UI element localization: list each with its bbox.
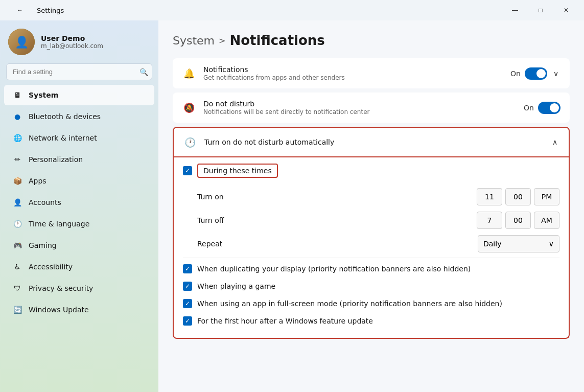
sidebar-item-update[interactable]: 🔄 Windows Update [4,299,154,320]
checkbox-label-0: When duplicating your display (priority … [197,265,471,273]
user-info: User Demo m_lab@outlook.com [41,34,103,50]
app-title: Settings [37,7,64,14]
checkbox-2[interactable] [183,299,192,308]
repeat-chevron-icon: ∨ [549,240,554,248]
user-email: m_lab@outlook.com [41,42,103,50]
notifications-card: 🔔 Notifications Get notifications from a… [173,58,570,88]
sidebar-item-accessibility[interactable]: ♿ Accessibility [4,257,154,277]
notifications-toggle-label: On [510,70,521,78]
sidebar-item-privacy[interactable]: 🛡 Privacy & security [4,278,154,298]
sidebar-item-label: Bluetooth & devices [29,112,101,121]
title-bar: ← Settings — □ ✕ [0,0,584,20]
avatar: 👤 [8,29,35,55]
notifications-title: Notifications [203,65,503,74]
sidebar-item-network[interactable]: 🌐 Network & internet [4,128,154,148]
sidebar-item-system[interactable]: 🖥 System [4,85,154,105]
dnd-toggle[interactable] [538,102,560,114]
gaming-icon: 🎮 [12,240,22,250]
dnd-text: Do not disturb Notifications will be sen… [203,100,517,116]
dnd-title: Do not disturb [203,100,517,108]
main-content: System > Notifications 🔔 Notifications G… [158,20,584,392]
turn-off-ampm[interactable]: AM [534,212,559,229]
sidebar-item-personalization[interactable]: ✏️ Personalization [4,149,154,170]
maximize-button[interactable]: □ [529,2,552,18]
repeat-select[interactable]: Daily ∨ [478,235,559,252]
notifications-row: 🔔 Notifications Get notifications from a… [173,58,570,88]
sidebar-item-label: Accessibility [29,263,73,271]
turn-on-hour[interactable]: 11 [477,188,502,205]
sidebar-item-label: System [29,91,58,99]
turn-off-hour[interactable]: 7 [477,212,502,229]
sidebar-item-bluetooth[interactable]: ● Bluetooth & devices [4,106,154,127]
checkbox-1[interactable] [183,282,192,291]
auto-dnd-section: 🕐 Turn on do not disturb automatically ∧… [173,127,570,339]
turn-on-ampm[interactable]: PM [534,188,559,205]
auto-dnd-title: Turn on do not disturb automatically [204,138,543,146]
turn-off-label: Turn off [197,216,238,224]
notifications-text: Notifications Get notifications from app… [203,65,503,81]
checkbox-row-0: When duplicating your display (priority … [183,260,559,278]
turn-off-minute[interactable]: 00 [505,212,531,229]
bluetooth-icon: ● [12,111,22,122]
sidebar-item-label: Gaming [29,241,57,249]
sidebar-item-time[interactable]: 🕐 Time & language [4,214,154,234]
sidebar-item-label: Accounts [29,198,61,206]
sidebar-item-accounts[interactable]: 👤 Accounts [4,192,154,213]
checkbox-0[interactable] [183,264,192,273]
window-controls: — □ ✕ [503,2,578,18]
breadcrumb-system: System [173,34,215,47]
repeat-value: Daily [483,240,501,248]
auto-dnd-expand-btn[interactable]: ∧ [550,136,559,148]
time-icon: 🕐 [12,219,22,229]
apps-icon: 📦 [12,176,22,186]
turn-on-label: Turn on [197,193,238,201]
notifications-icon: 🔔 [182,66,196,81]
personalization-icon: ✏️ [12,154,22,165]
turn-on-minute[interactable]: 00 [505,188,531,205]
sidebar-item-label: Network & internet [29,134,97,142]
back-button[interactable]: ← [8,2,32,18]
notifications-expand-btn[interactable]: ∨ [551,67,560,80]
minimize-button[interactable]: — [503,2,527,18]
auto-dnd-header[interactable]: 🕐 Turn on do not disturb automatically ∧ [173,127,570,157]
dnd-row: 🔕 Do not disturb Notifications will be s… [173,93,570,123]
notifications-subtitle: Get notifications from apps and other se… [203,74,503,81]
user-section: 👤 User Demo m_lab@outlook.com [0,20,158,61]
breadcrumb-chevron: > [219,36,225,45]
sidebar-item-label: Personalization [29,155,83,164]
sidebar-item-label: Time & language [29,220,89,228]
turn-on-controls: 11 00 PM [477,188,559,205]
search-box: 🔍 [6,63,152,80]
dnd-content-expanded: During these times Turn on 11 00 PM Turn… [173,157,570,339]
auto-dnd-text: Turn on do not disturb automatically [204,138,543,146]
user-name: User Demo [41,34,103,42]
during-times-label: During these times [197,164,278,178]
dnd-icon: 🔕 [182,101,196,115]
sidebar-item-gaming[interactable]: 🎮 Gaming [4,235,154,256]
repeat-row: Repeat Daily ∨ [197,232,559,256]
checkbox-label-3: For the first hour after a Windows featu… [197,317,373,325]
sidebar-item-label: Privacy & security [29,284,93,292]
page-header: System > Notifications [173,33,570,48]
repeat-label: Repeat [197,240,222,248]
close-button[interactable]: ✕ [554,2,578,18]
checkbox-row-3: For the first hour after a Windows featu… [183,312,559,330]
checkbox-label-1: When playing a game [197,282,275,290]
dnd-toggle-label: On [524,104,534,112]
avatar-image: 👤 [8,29,35,55]
checkbox-3[interactable] [183,316,192,326]
turn-off-controls: 7 00 AM [477,212,559,229]
sidebar-item-apps[interactable]: 📦 Apps [4,171,154,191]
privacy-icon: 🛡 [12,283,22,293]
search-input[interactable] [6,63,152,80]
divider [183,258,559,258]
during-times-checkbox[interactable] [183,166,192,175]
search-icon[interactable]: 🔍 [139,68,148,76]
turn-on-row: Turn on 11 00 PM [197,185,559,209]
auto-dnd-icon: 🕐 [183,135,197,149]
accounts-icon: 👤 [12,197,22,207]
notifications-toggle[interactable] [525,67,547,80]
checkbox-row-2: When using an app in full-screen mode (p… [183,295,559,312]
sidebar: 👤 User Demo m_lab@outlook.com 🔍 🖥 System… [0,20,158,392]
during-times-row: During these times [183,164,559,178]
